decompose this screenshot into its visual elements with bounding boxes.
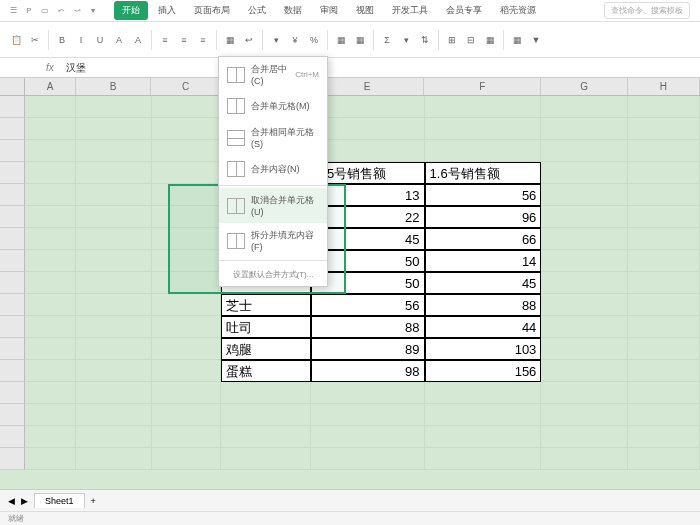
col-header[interactable]: F <box>424 78 541 95</box>
tab-member[interactable]: 会员专享 <box>438 1 490 20</box>
grid[interactable]: 1.5号销售额1.6号销售额 1356 2296 4566 汉堡5014 504… <box>0 96 700 470</box>
unmerge-icon <box>227 198 245 214</box>
fill-icon[interactable]: ▾ <box>398 32 414 48</box>
freeze-icon[interactable]: ▦ <box>509 32 525 48</box>
tab-review[interactable]: 审阅 <box>312 1 346 20</box>
col-header[interactable]: A <box>25 78 75 95</box>
tab-data[interactable]: 数据 <box>276 1 310 20</box>
underline-icon[interactable]: U <box>92 32 108 48</box>
formula-bar[interactable]: 汉堡 <box>60 61 92 75</box>
search-input[interactable]: 查找命令、搜索模板 <box>604 2 690 19</box>
italic-icon[interactable]: I <box>73 32 89 48</box>
sort-icon[interactable]: ⇅ <box>417 32 433 48</box>
font-small-icon[interactable]: A <box>130 32 146 48</box>
col-header[interactable]: H <box>628 78 700 95</box>
insert-row-icon[interactable]: ⊞ <box>444 32 460 48</box>
merge-content-icon <box>227 161 245 177</box>
add-sheet-icon[interactable]: + <box>91 496 96 506</box>
menu-merge-center[interactable]: 合并居中(C)Ctrl+M <box>219 57 327 92</box>
bold-icon[interactable]: B <box>54 32 70 48</box>
align-center-icon[interactable]: ≡ <box>176 32 192 48</box>
col-header[interactable]: G <box>541 78 627 95</box>
paste-icon[interactable]: 📋 <box>8 32 24 48</box>
wrap-icon[interactable]: ↩ <box>241 32 257 48</box>
qat-more-icon[interactable]: ▾ <box>88 6 98 16</box>
menu-icon[interactable]: ☰ <box>8 6 18 16</box>
delete-row-icon[interactable]: ⊟ <box>463 32 479 48</box>
menu-merge-same[interactable]: 合并相同单元格(S) <box>219 120 327 155</box>
fx-icon[interactable]: fx <box>40 62 60 73</box>
ribbon: 📋 ✂ B I U A A ≡ ≡ ≡ ▦ ↩ ▾ ¥ % ▦ ▦ Σ ▾ ⇅ … <box>0 22 700 58</box>
sheet-nav-next-icon[interactable]: ▶ <box>21 496 28 506</box>
sum-icon[interactable]: Σ <box>379 32 395 48</box>
sheet-tab[interactable]: Sheet1 <box>34 493 85 508</box>
merge-icon[interactable]: ▦ <box>222 32 238 48</box>
format-cell-icon[interactable]: ▦ <box>482 32 498 48</box>
tab-template[interactable]: 稻壳资源 <box>492 1 544 20</box>
merge-center-icon <box>227 67 245 83</box>
cond-format-icon[interactable]: ▦ <box>333 32 349 48</box>
menu-default-merge[interactable]: 设置默认合并方式(T)... <box>219 263 327 286</box>
tab-insert[interactable]: 插入 <box>150 1 184 20</box>
align-right-icon[interactable]: ≡ <box>195 32 211 48</box>
table-format-icon[interactable]: ▦ <box>352 32 368 48</box>
menu-merge-cells[interactable]: 合并单元格(M) <box>219 92 327 120</box>
redo-icon[interactable]: ⤻ <box>72 6 82 16</box>
menu-unmerge[interactable]: 取消合并单元格(U) <box>219 188 327 223</box>
qat-btn[interactable]: P <box>24 6 34 16</box>
sheet-nav-prev-icon[interactable]: ◀ <box>8 496 15 506</box>
split-fill-icon <box>227 233 245 249</box>
font-size-icon[interactable]: A <box>111 32 127 48</box>
undo-icon[interactable]: ⤺ <box>56 6 66 16</box>
align-left-icon[interactable]: ≡ <box>157 32 173 48</box>
menu-merge-content[interactable]: 合并内容(N) <box>219 155 327 183</box>
status-bar: 就绪 <box>0 511 700 525</box>
merge-same-icon <box>227 130 245 146</box>
col-header[interactable]: B <box>76 78 152 95</box>
tab-dev[interactable]: 开发工具 <box>384 1 436 20</box>
merge-cells-icon <box>227 98 245 114</box>
select-all-corner[interactable] <box>0 78 25 95</box>
filter-icon[interactable]: ▼ <box>528 32 544 48</box>
tab-home[interactable]: 开始 <box>114 1 148 20</box>
tab-layout[interactable]: 页面布局 <box>186 1 238 20</box>
col-header[interactable]: C <box>151 78 220 95</box>
merge-dropdown-menu: 合并居中(C)Ctrl+M 合并单元格(M) 合并相同单元格(S) 合并内容(N… <box>218 56 328 287</box>
cut-icon[interactable]: ✂ <box>27 32 43 48</box>
tab-formula[interactable]: 公式 <box>240 1 274 20</box>
format-icon[interactable]: ▾ <box>268 32 284 48</box>
tab-view[interactable]: 视图 <box>348 1 382 20</box>
percent-icon[interactable]: % <box>306 32 322 48</box>
qat-btn[interactable]: ▭ <box>40 6 50 16</box>
menu-split-fill[interactable]: 拆分并填充内容(F) <box>219 223 327 258</box>
currency-icon[interactable]: ¥ <box>287 32 303 48</box>
